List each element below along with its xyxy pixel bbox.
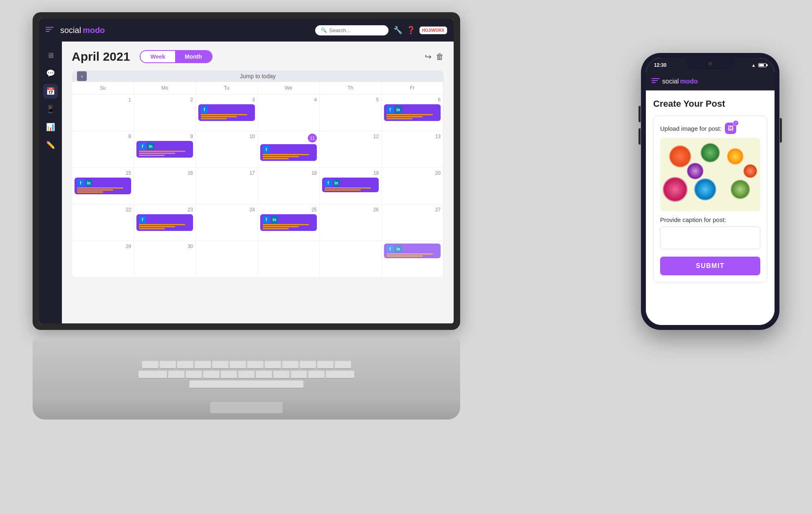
upload-label-text: Upload image for post: xyxy=(660,125,722,132)
key xyxy=(212,361,228,369)
upload-icon-badge[interactable]: 🖼 7 xyxy=(725,123,736,134)
day-header-mo: Mo xyxy=(134,82,196,94)
key xyxy=(168,371,184,379)
upload-count-badge: 7 xyxy=(733,120,739,126)
search-icon: 🔍 xyxy=(321,27,327,33)
key xyxy=(265,361,281,369)
cal-cell-22: 22 xyxy=(72,204,134,241)
event-9[interactable]: f in xyxy=(136,141,193,158)
search-input[interactable] xyxy=(329,27,383,33)
key xyxy=(142,361,158,369)
scene: socialmodo 🔍 🔧 ❓ HOJIWORX xyxy=(0,0,812,514)
event-15-lines xyxy=(77,187,129,193)
cal-cell-25: 25 f in xyxy=(258,204,320,241)
key xyxy=(186,371,202,379)
event-11[interactable]: f xyxy=(260,144,317,161)
event-15[interactable]: f in xyxy=(75,178,131,194)
cal-cell-empty2: 2 xyxy=(134,94,196,131)
event-11-lines xyxy=(263,154,314,159)
calendar-title: April 2021 xyxy=(72,50,130,64)
sidebar: 🖥 💬 📅 📱 📊 ✏️ xyxy=(39,42,62,323)
sidebar-item-calendar[interactable]: 📅 xyxy=(43,84,58,99)
sidebar-item-chart[interactable]: 📊 xyxy=(43,120,58,134)
event-25-lines xyxy=(263,224,314,229)
cal-cell-empty-w5-5 xyxy=(320,241,382,278)
event-23[interactable]: f xyxy=(136,214,193,231)
cal-cell-6: 6 f in xyxy=(382,94,443,131)
laptop: socialmodo 🔍 🔧 ❓ HOJIWORX xyxy=(33,12,481,501)
linkedin-badge-15: in xyxy=(85,179,92,187)
event-25-icons: f in xyxy=(263,216,314,223)
cal-cell-8: 8 xyxy=(72,131,134,168)
sidebar-item-chat[interactable]: 💬 xyxy=(43,66,58,81)
key xyxy=(317,361,334,369)
event-6-icons: f in xyxy=(386,106,438,113)
view-week-button[interactable]: Week xyxy=(140,51,175,62)
phone-logo-modo: modo xyxy=(680,78,698,85)
phone-logo-icon xyxy=(652,78,660,85)
caption-input[interactable] xyxy=(660,226,760,249)
key xyxy=(300,361,316,369)
jump-today-label: Jump to today xyxy=(240,73,276,79)
cal-cell-9: 9 f in xyxy=(134,131,196,168)
facebook-badge-15: f xyxy=(77,179,84,187)
sidebar-item-monitor[interactable]: 🖥 xyxy=(43,48,58,63)
cal-cell-16: 16 xyxy=(134,168,196,204)
event-partial-icons: f in xyxy=(386,245,438,253)
calendar-area: April 2021 Week Month ↪ 🗑 xyxy=(62,42,454,323)
submit-button[interactable]: SUBMIT xyxy=(660,257,760,275)
facebook-badge-23: f xyxy=(139,216,146,223)
day-header-su: Su xyxy=(72,82,134,94)
trackpad[interactable] xyxy=(210,401,283,413)
linkedin-badge-partial: in xyxy=(395,245,402,253)
cal-cell-26: 26 xyxy=(320,204,382,241)
cal-cell-27: 27 xyxy=(382,204,443,241)
day-header-fr: Fr xyxy=(382,82,443,94)
phone: 12:30 ▲ socialmodo xyxy=(641,53,779,330)
cal-cell-30: 30 xyxy=(134,241,196,278)
linkedin-badge-6: in xyxy=(395,106,402,113)
event-3[interactable]: f xyxy=(198,104,255,121)
event-6[interactable]: f in xyxy=(384,104,441,121)
facebook-badge-9: f xyxy=(139,143,146,150)
laptop-screen-inner: socialmodo 🔍 🔧 ❓ HOJIWORX xyxy=(39,19,454,323)
cal-cell-10: 10 xyxy=(196,131,258,168)
event-partial-lines xyxy=(386,253,438,257)
event-partial[interactable]: f in xyxy=(384,244,441,258)
sidebar-item-edit[interactable]: ✏️ xyxy=(43,138,58,152)
delete-icon[interactable]: 🗑 xyxy=(436,52,444,62)
cal-cell-empty1: 1 xyxy=(72,94,134,131)
logo-menu-icon xyxy=(46,27,54,33)
caption-label: Provide caption for post: xyxy=(660,216,760,223)
key xyxy=(308,371,325,379)
phone-screen: 12:30 ▲ socialmodo xyxy=(646,58,775,325)
food-image[interactable] xyxy=(660,138,760,211)
spacebar-key[interactable] xyxy=(189,380,303,389)
event-9-icons: f in xyxy=(139,143,191,150)
upload-icon: 🖼 xyxy=(728,125,733,132)
phone-topbar: socialmodo xyxy=(646,72,775,90)
key xyxy=(221,371,237,379)
key xyxy=(247,361,263,369)
event-19[interactable]: f in xyxy=(322,178,379,192)
calendar-header: April 2021 Week Month ↪ 🗑 xyxy=(72,50,444,64)
kb-row-2 xyxy=(54,371,439,379)
share-icon[interactable]: ↪ xyxy=(425,52,432,62)
wrench-icon[interactable]: 🔧 xyxy=(393,26,402,35)
sidebar-item-mobile[interactable]: 📱 xyxy=(43,102,58,116)
linkedin-badge-9: in xyxy=(147,143,154,150)
event-25[interactable]: f in xyxy=(260,214,317,231)
help-icon[interactable]: ❓ xyxy=(406,26,415,35)
view-month-button[interactable]: Month xyxy=(175,51,212,62)
key xyxy=(256,371,272,379)
key xyxy=(291,371,307,379)
phone-time: 12:30 xyxy=(654,62,667,68)
calendar-nav: ‹ Jump to today xyxy=(72,70,443,82)
search-bar[interactable]: 🔍 xyxy=(315,25,388,35)
prev-month-button[interactable]: ‹ xyxy=(77,71,87,81)
phone-logo: socialmodo xyxy=(662,78,698,85)
keyboard-rows xyxy=(54,361,439,389)
calendar-grid: Su Mo Tu We Th Fr 1 2 3 xyxy=(72,82,443,278)
key xyxy=(238,371,255,379)
phone-side-button-2 xyxy=(639,128,641,145)
